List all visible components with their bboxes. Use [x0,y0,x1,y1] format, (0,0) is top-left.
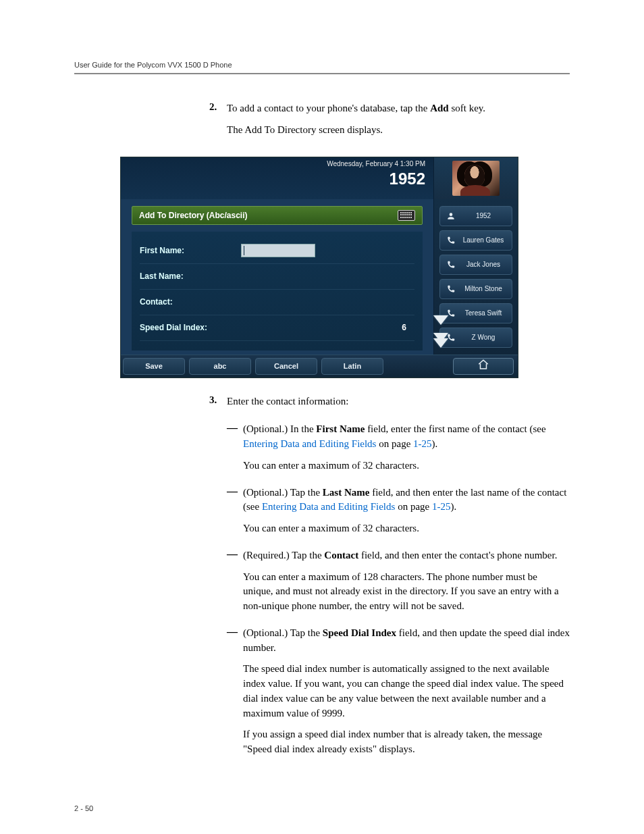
dash-icon: — [227,626,243,764]
text: The Add To Directory screen displays. [227,123,485,138]
side-contact-2[interactable]: Jack Jones [439,255,512,275]
text: ). [432,438,438,449]
text-bold: Contact [324,550,358,561]
text: You can enter a maximum of 32 characters… [243,521,570,536]
text: You can enter a maximum of 128 character… [243,570,570,614]
dash-icon: — [227,486,243,543]
side-contact-3[interactable]: Milton Stone [439,279,512,299]
step-number: 3. [209,394,227,416]
bullet-last-name: — (Optional.) Tap the Last Name field, a… [227,486,570,543]
home-icon [477,359,490,373]
contact-label: Contact: [140,297,241,307]
bullet-speed-dial: — (Optional.) Tap the Speed Dial Index f… [227,626,570,764]
bullet-first-name: — (Optional.) In the First Name field, e… [227,422,570,479]
text: The speed dial index number is automatic… [243,662,570,721]
text-bold: Last Name [323,487,370,498]
text: You can enter a maximum of 32 characters… [243,459,570,473]
speed-dial-row[interactable]: Speed Dial Index: 6 [140,315,414,341]
person-icon [446,211,456,221]
cancel-button[interactable]: Cancel [255,358,317,375]
extension-number: 1952 [390,170,425,188]
side-label: Lauren Gates [460,236,506,244]
link-page-ref[interactable]: 1-25 [413,438,432,449]
scroll-page-down-icon[interactable] [431,334,451,352]
last-name-row[interactable]: Last Name: [140,264,414,290]
text-bold: First Name [316,423,365,434]
scroll-down-icon[interactable] [431,311,451,329]
screen-title-bar: Add To Directory (Abc/ascii) [132,206,423,225]
step-number: 2. [209,101,227,145]
side-line-self[interactable]: 1952 [439,206,512,226]
dash-icon: — [227,422,243,479]
text: (Required.) Tap the [243,550,324,561]
link-entering-data[interactable]: Entering Data and Editing Fields [243,438,376,449]
speed-dial-label: Speed Dial Index: [140,323,241,332]
form-area: First Name: Last Name: Contact: Speed Di… [132,232,423,350]
text: To add a contact to your phone's databas… [227,103,430,113]
text: on page [376,438,413,449]
side-label: Milton Stone [460,285,506,292]
first-name-input[interactable] [241,244,315,257]
text: soft key. [449,103,485,113]
first-name-label: First Name: [140,246,241,255]
text: (Optional.) Tap the [243,487,323,498]
side-label: Teresa Swift [460,309,506,317]
handset-icon [446,259,456,270]
dash-icon: — [227,548,243,621]
document-header: User Guide for the Polycom VVX 1500 D Ph… [74,61,570,74]
text: field, and then enter the contact's phon… [358,550,557,561]
text: Enter the contact information: [227,394,348,409]
handset-icon [446,284,456,294]
status-datetime: Wednesday, February 4 1:30 PM [327,160,425,167]
first-name-row[interactable]: First Name: [140,238,414,264]
text: ). [450,501,456,512]
link-page-ref[interactable]: 1-25 [432,501,451,512]
side-label: 1952 [460,212,506,219]
step-3: 3. Enter the contact information: [209,394,570,416]
page-number: 2 - 50 [74,804,570,812]
side-label: Jack Jones [460,261,506,268]
side-contact-1[interactable]: Lauren Gates [439,230,512,251]
text: field, enter the first name of the conta… [365,423,545,434]
text: If you assign a speed dial index number … [243,727,570,757]
contact-row[interactable]: Contact: [140,290,414,315]
last-name-label: Last Name: [140,271,241,281]
speed-dial-value: 6 [402,323,414,332]
step-2: 2. To add a contact to your phone's data… [209,101,570,145]
text: on page [395,501,432,512]
add-bold: Add [430,103,449,113]
text: (Optional.) In the [243,423,316,434]
text: (Optional.) Tap the [243,627,323,638]
keyboard-icon[interactable] [398,210,415,221]
screen-title: Add To Directory (Abc/ascii) [139,211,247,220]
text-bold: Speed Dial Index [323,627,396,638]
link-entering-data[interactable]: Entering Data and Editing Fields [262,501,395,512]
phone-screenshot: Wednesday, February 4 1:30 PM 1952 Add T… [120,157,518,378]
bullet-contact: — (Required.) Tap the Contact field, and… [227,548,570,621]
avatar [452,161,500,196]
latin-button[interactable]: Latin [321,358,383,375]
side-label: Z Wong [460,334,506,341]
handset-icon [446,235,456,246]
home-button[interactable] [453,358,514,375]
softkey-bar: Save abc Cancel Latin [121,355,518,377]
abc-button[interactable]: abc [189,358,251,375]
save-button[interactable]: Save [123,358,185,375]
